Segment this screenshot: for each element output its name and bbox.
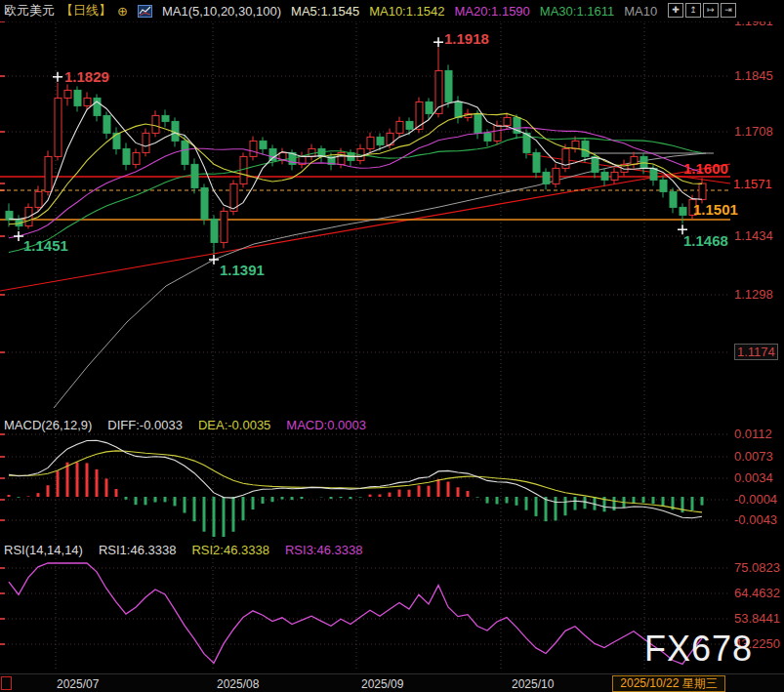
ma-settings-label: MA1(5,10,20,30,100): [162, 4, 281, 19]
candle-body: [201, 187, 208, 219]
candle-body: [689, 199, 696, 215]
candle-body: [543, 172, 550, 183]
candle-body: [45, 156, 52, 191]
time-axis-label: 2025/09: [361, 677, 403, 691]
candle-body: [367, 137, 374, 148]
trading-app-window: 欧元美元 【日线】 ⊕ MA1(5,10,20,30,100) MA5:1.15…: [0, 0, 784, 692]
crosshair-icon[interactable]: ✚: [668, 3, 683, 18]
symbol-name: 欧元美元: [4, 2, 55, 20]
rsi-line: [9, 563, 702, 664]
rsi3-value: RSI3:46.3338: [285, 543, 363, 557]
time-axis-label: 2025/07: [57, 677, 99, 691]
candle-body: [94, 98, 101, 115]
candle-body: [182, 141, 188, 164]
rsi2-value: RSI2:46.3338: [191, 543, 269, 557]
rsi-title[interactable]: RSI(14,14,14): [4, 543, 83, 557]
scale-right-icon[interactable]: ↦: [703, 3, 719, 18]
candle-body: [484, 133, 491, 141]
rsi1-value: RSI1:46.3338: [99, 543, 177, 557]
candle-body: [260, 141, 267, 148]
candle-body: [416, 102, 423, 129]
candle-body: [406, 121, 413, 129]
candle-body: [601, 172, 608, 180]
ma100-line: [54, 153, 706, 408]
macd-title[interactable]: MACD(26,12,9): [4, 418, 92, 432]
candle-body: [309, 148, 315, 156]
candle-body: [74, 90, 81, 105]
ma20-value: MA20:1.1590: [455, 4, 530, 19]
candle-body: [152, 115, 159, 133]
ma10-value: MA10:1.1542: [369, 4, 444, 19]
candle-body: [162, 115, 169, 121]
candle-body: [504, 117, 511, 125]
period-label[interactable]: 【日线】: [61, 2, 111, 20]
macd-dea-line: [9, 451, 702, 512]
candle-body: [211, 219, 218, 242]
ma5-value: MA5:1.1545: [291, 4, 359, 19]
candle-body: [133, 152, 140, 164]
candle-body: [143, 133, 149, 152]
title-bar: 欧元美元 【日线】 ⊕ MA1(5,10,20,30,100) MA5:1.15…: [0, 0, 784, 21]
ma100-label: MA10: [624, 4, 657, 19]
candle-body: [494, 125, 501, 141]
candle-body: [191, 164, 198, 187]
candle-body: [269, 148, 276, 160]
chart-type-icon[interactable]: [138, 5, 152, 18]
ma30-value: MA30:1.1611: [540, 4, 614, 19]
candle-body: [533, 152, 540, 172]
watermark: FX678: [644, 629, 753, 670]
candle-body: [55, 98, 62, 156]
current-date-badge[interactable]: 2025/10/22 星期三: [612, 675, 725, 692]
ma30-line: [9, 137, 702, 253]
macd-value: MACD:0.0003: [286, 418, 366, 432]
candle-body: [396, 121, 403, 133]
rsi-indicator-row: RSI(14,14,14) RSI1:46.3338 RSI2:46.3338 …: [4, 543, 362, 557]
candle-body: [582, 141, 589, 156]
time-axis-bar[interactable]: 2025/10/22 星期三 2025/072025/082025/092025…: [0, 673, 784, 692]
candle-body: [660, 180, 667, 191]
candle-body: [377, 137, 384, 144]
candle-body: [84, 98, 91, 105]
candle-body: [221, 211, 227, 242]
candle-body: [445, 70, 452, 102]
candle-body: [592, 156, 598, 172]
trendline: [0, 164, 730, 291]
candle-body: [680, 207, 686, 215]
time-axis-label: 2025/08: [217, 677, 259, 691]
macd-dea-value: DEA:-0.0035: [198, 418, 270, 432]
exit-right-icon[interactable]: ⇥: [721, 3, 736, 18]
macd-indicator-row: MACD(26,12,9) DIFF:-0.0033 DEA:-0.0035 M…: [4, 418, 366, 432]
candle-body: [250, 141, 257, 156]
add-indicator-icon[interactable]: ⊕: [117, 4, 128, 19]
scale-up-icon[interactable]: ↥: [685, 3, 701, 18]
chart-toolbar: ✚↥↦⇥: [668, 3, 736, 18]
candle-body: [611, 172, 618, 180]
candle-body: [670, 191, 677, 207]
candle-body: [572, 141, 579, 148]
macd-diff-value: DIFF:-0.0033: [107, 418, 183, 432]
candle-body: [455, 102, 462, 117]
candle-body: [475, 113, 481, 133]
candle-body: [426, 102, 433, 113]
axis-corner-mark: [1, 676, 12, 690]
candle-body: [553, 168, 559, 183]
candle-body: [64, 90, 71, 98]
candle-body: [631, 156, 638, 164]
candle-body: [35, 191, 42, 207]
candle-body: [123, 148, 130, 164]
candle-body: [650, 168, 657, 180]
time-axis-label: 2025/10: [512, 677, 554, 691]
macd-diff-line: [9, 440, 702, 518]
candle-body: [699, 183, 706, 199]
candle-body: [103, 115, 110, 133]
chart-canvas[interactable]: [0, 0, 784, 692]
